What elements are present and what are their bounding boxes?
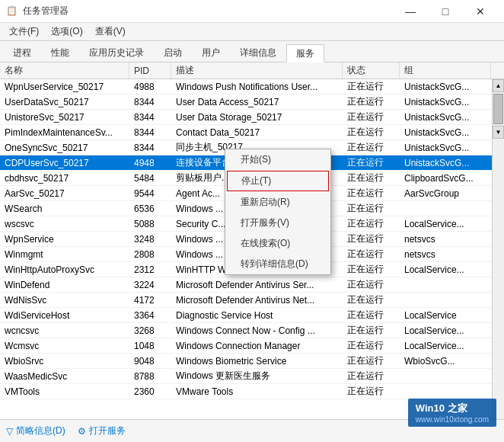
cell-name: cbdhsvc_50217 bbox=[0, 172, 129, 184]
cell-name: Wcmsvc bbox=[0, 340, 129, 352]
cell-name: WdiServiceHost bbox=[0, 309, 129, 322]
cell-group: ClipboardSvcG... bbox=[400, 172, 491, 184]
cell-name: WpnUserService_50217 bbox=[0, 81, 129, 93]
cell-name: AarSvc_50217 bbox=[0, 187, 129, 200]
table-row[interactable]: WaasMedicSvc8788Windows 更新医生服务正在运行 bbox=[0, 369, 504, 384]
table-row[interactable]: VMTools2360VMware Tools正在运行 bbox=[0, 384, 504, 399]
cell-group: LocalService... bbox=[400, 264, 491, 276]
cell-name: UnistoreSvc_50217 bbox=[0, 111, 129, 123]
cell-status: 正在运行 bbox=[343, 247, 400, 261]
tab-服务[interactable]: 服务 bbox=[286, 44, 324, 62]
cell-status: 正在运行 bbox=[343, 155, 400, 170]
tab-详细信息[interactable]: 详细信息 bbox=[230, 43, 286, 62]
menu-item[interactable]: 文件(F) bbox=[3, 24, 45, 40]
menu-bar: 文件(F)选项(O)查看(V) bbox=[0, 23, 504, 41]
menu-item[interactable]: 查看(V) bbox=[89, 24, 132, 40]
open-service-link[interactable]: ⚙ 打开服务 bbox=[78, 424, 126, 437]
cell-group bbox=[400, 299, 491, 301]
cell-pid: 8344 bbox=[129, 142, 171, 154]
cell-desc: Contact Data_50217 bbox=[171, 127, 343, 139]
title-bar: 📋 任务管理器 — □ ✕ bbox=[0, 0, 504, 23]
cell-pid: 8344 bbox=[129, 111, 171, 123]
cell-status: 正在运行 bbox=[343, 171, 400, 185]
brief-info-icon: ▽ bbox=[6, 426, 13, 437]
table-row[interactable]: UnistoreSvc_502178344User Data Storage_5… bbox=[0, 110, 504, 125]
context-menu: 开始(S)停止(T)重新启动(R)打开服务(V)在线搜索(O)转到详细信息(D) bbox=[225, 149, 331, 275]
menu-item[interactable]: 选项(O) bbox=[45, 24, 88, 40]
cell-status: 正在运行 bbox=[343, 369, 400, 383]
cell-pid: 3248 bbox=[129, 233, 171, 245]
col-header-pid[interactable]: PID bbox=[129, 62, 171, 78]
scroll-down-button[interactable]: ▼ bbox=[493, 126, 504, 139]
cell-status: 正在运行 bbox=[343, 186, 400, 200]
minimize-button[interactable]: — bbox=[393, 0, 428, 23]
cell-name: VMTools bbox=[0, 386, 129, 398]
cell-name: OneSyncSvc_50217 bbox=[0, 142, 129, 154]
tab-用户[interactable]: 用户 bbox=[192, 43, 230, 62]
table-row[interactable]: PimIndexMaintenanceSv...8344Contact Data… bbox=[0, 125, 504, 140]
close-button[interactable]: ✕ bbox=[463, 0, 498, 23]
table-row[interactable]: WdiServiceHost3364Diagnostic Service Hos… bbox=[0, 308, 504, 323]
cell-name: Winmgmt bbox=[0, 248, 129, 261]
cell-desc: Windows Connection Manager bbox=[171, 340, 343, 352]
cell-status: 正在运行 bbox=[343, 308, 400, 322]
cell-name: WinDefend bbox=[0, 279, 129, 291]
cell-status: 正在运行 bbox=[343, 277, 400, 292]
brief-info-link[interactable]: ▽ 简略信息(D) bbox=[6, 424, 65, 437]
cell-desc: User Data Access_50217 bbox=[171, 96, 343, 108]
table-row[interactable]: WdNisSvc4172Microsoft Defender Antivirus… bbox=[0, 293, 504, 308]
cell-desc: Windows 更新医生服务 bbox=[171, 369, 343, 383]
cell-group: netsvcs bbox=[400, 248, 491, 261]
scroll-thumb[interactable] bbox=[493, 94, 503, 124]
cell-pid: 4172 bbox=[129, 294, 171, 306]
cell-group: AarSvcGroup bbox=[400, 187, 491, 200]
table-row[interactable]: WpnUserService_502174988Windows Push Not… bbox=[0, 79, 504, 94]
cell-name: WbioSrvc bbox=[0, 355, 129, 367]
cell-group: LocalService... bbox=[400, 218, 491, 230]
table-row[interactable]: WbioSrvc9048Windows Biometric Service正在运… bbox=[0, 354, 504, 369]
ctx-item-open-service[interactable]: 打开服务(V) bbox=[225, 213, 330, 233]
cell-group: netsvcs bbox=[400, 233, 491, 245]
ctx-item-start[interactable]: 开始(S) bbox=[225, 149, 330, 170]
cell-status: 正在运行 bbox=[343, 140, 400, 155]
cell-pid: 2360 bbox=[129, 386, 171, 398]
cell-pid: 5088 bbox=[129, 218, 171, 230]
ctx-item-search-online[interactable]: 在线搜索(O) bbox=[225, 233, 330, 254]
scrollbar[interactable]: ▲ ▼ bbox=[492, 79, 504, 419]
col-header-desc[interactable]: 描述 bbox=[171, 62, 343, 78]
scroll-up-button[interactable]: ▲ bbox=[493, 79, 504, 92]
col-header-name[interactable]: 名称 bbox=[0, 62, 129, 78]
cell-desc: Microsoft Defender Antivirus Ser... bbox=[171, 279, 343, 291]
status-bar: ▽ 简略信息(D) ⚙ 打开服务 bbox=[0, 419, 504, 442]
cell-status: 正在运行 bbox=[343, 201, 400, 216]
maximize-button[interactable]: □ bbox=[428, 0, 463, 23]
cell-pid: 9048 bbox=[129, 355, 171, 367]
cell-group bbox=[400, 208, 491, 210]
col-header-group[interactable]: 组 bbox=[400, 62, 491, 78]
cell-pid: 3224 bbox=[129, 279, 171, 291]
ctx-item-goto-detail[interactable]: 转到详细信息(D) bbox=[225, 254, 330, 274]
ctx-item-restart[interactable]: 重新启动(R) bbox=[225, 192, 330, 213]
table-row[interactable]: Wcmsvc1048Windows Connection Manager正在运行… bbox=[0, 338, 504, 354]
cell-status: 正在运行 bbox=[343, 262, 400, 277]
cell-group: UnistackSvcG... bbox=[400, 81, 491, 93]
cell-name: WdNisSvc bbox=[0, 294, 129, 306]
open-service-text: 打开服务 bbox=[89, 424, 126, 437]
cell-desc: User Data Storage_50217 bbox=[171, 111, 343, 123]
cell-desc: Microsoft Defender Antivirus Net... bbox=[171, 294, 343, 306]
table-row[interactable]: UserDataSvc_502178344User Data Access_50… bbox=[0, 94, 504, 110]
tab-性能[interactable]: 性能 bbox=[41, 43, 79, 62]
tab-应用历史记录[interactable]: 应用历史记录 bbox=[79, 43, 154, 62]
table-row[interactable]: WinDefend3224Microsoft Defender Antiviru… bbox=[0, 277, 504, 293]
tab-进程[interactable]: 进程 bbox=[3, 43, 41, 62]
cell-name: wcncsvc bbox=[0, 325, 129, 337]
cell-status: 正在运行 bbox=[343, 79, 400, 94]
cell-status: 正在运行 bbox=[343, 125, 400, 139]
ctx-item-stop[interactable]: 停止(T) bbox=[227, 171, 329, 191]
cell-status: 正在运行 bbox=[343, 354, 400, 368]
tab-启动[interactable]: 启动 bbox=[154, 43, 192, 62]
cell-pid: 4988 bbox=[129, 81, 171, 93]
cell-status: 正在运行 bbox=[343, 110, 400, 124]
table-row[interactable]: wcncsvc3268Windows Connect Now - Config … bbox=[0, 323, 504, 338]
col-header-status[interactable]: 状态 bbox=[343, 62, 400, 78]
